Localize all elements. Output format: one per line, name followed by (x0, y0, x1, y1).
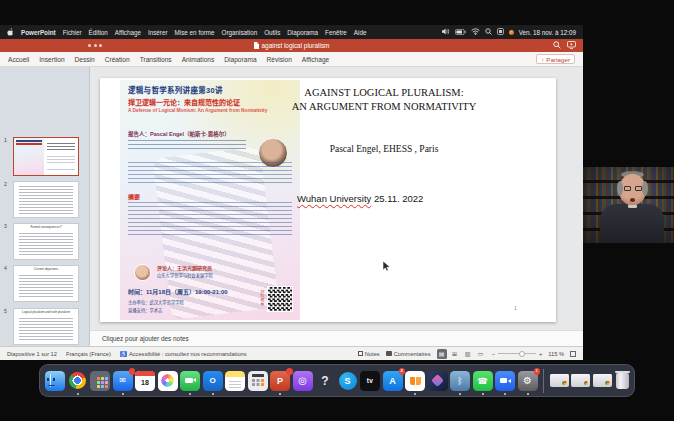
thumbnail-slide-5[interactable]: Logical pluralism and truth pluralism (13, 308, 79, 345)
poster-speaker-bio-lines (128, 140, 246, 149)
accessibility-check[interactable]: ♿ Accessibilité : consultez nos recomman… (120, 351, 247, 357)
dock-facetime[interactable] (180, 371, 200, 391)
search-icon[interactable] (553, 41, 561, 50)
tab-insertion[interactable]: Insertion (39, 56, 64, 63)
poster-speaker: 报告人：Pascal Engel（帕斯卡·恩格尔） (128, 130, 230, 138)
mouse-cursor (382, 258, 391, 276)
view-sorter-button[interactable]: ⊞ (450, 349, 460, 359)
slide-author[interactable]: Pascal Engel, EHESS , Paris (284, 144, 484, 154)
apple-tv-icon: tv (367, 377, 373, 384)
dock-podcasts[interactable]: ◎ (293, 371, 313, 391)
battery-icon[interactable] (455, 29, 466, 36)
apple-menu-icon[interactable] (7, 28, 14, 37)
menu-item-powerpoint[interactable]: PowerPoint (21, 29, 56, 36)
dock-finder[interactable] (45, 371, 65, 391)
thumbnail-slide-3[interactable]: Formal consequences? (13, 223, 79, 260)
window-controls[interactable] (88, 44, 102, 47)
zoom-out-icon[interactable]: − (492, 351, 495, 357)
dock-calendar[interactable]: 18 (135, 371, 155, 391)
menu-item-outils[interactable]: Outils (264, 29, 280, 36)
dock-photos[interactable] (158, 371, 178, 391)
dock-settings[interactable]: ⚙1 (518, 371, 538, 391)
menu-item-organisation[interactable]: Organisation (221, 29, 257, 36)
notes-toggle[interactable]: Notes (358, 351, 380, 357)
dock-mail[interactable]: ✉ (113, 371, 133, 391)
calendar-badge (151, 371, 155, 375)
minimized-window-2[interactable] (571, 374, 590, 387)
menu-item-fenetre[interactable]: Fenêtre (325, 29, 347, 36)
slide-venue[interactable]: Wuhan University 25.11. 2022 (297, 193, 423, 204)
notes-icon (358, 351, 363, 356)
wifi-icon[interactable] (471, 28, 480, 36)
volume-icon[interactable] (442, 28, 450, 36)
share-button[interactable]: ↑ Partager (536, 54, 575, 64)
menu-item-edition[interactable]: Édition (89, 29, 108, 36)
slide-thumbnail-panel[interactable]: 1 2 3 Formal consequences? 4 Current obj… (0, 67, 90, 346)
minimized-window-1[interactable] (550, 374, 569, 387)
dock-apple-tv[interactable]: tv (360, 371, 380, 391)
dock-skype[interactable]: S (338, 371, 358, 391)
webcam-video-overlay[interactable] (583, 167, 674, 243)
tab-revision[interactable]: Révision (267, 56, 292, 63)
menu-item-inserer[interactable]: Insérer (148, 29, 168, 36)
dock-zoom[interactable] (495, 371, 515, 391)
notes-pane[interactable]: Cliquez pour ajouter des notes (90, 330, 583, 346)
notes-placeholder[interactable]: Cliquez pour ajouter des notes (102, 335, 189, 342)
podcasts-icon: ◎ (298, 375, 307, 386)
dock-outlook[interactable]: O (203, 371, 223, 391)
menu-item-mise-en-forme[interactable]: Mise en forme (175, 29, 215, 36)
current-slide[interactable]: 逻辑与哲学系列讲座第30讲 捍卫逻辑一元论：来自规范性的论证 A Defense… (100, 78, 556, 322)
slide-title[interactable]: AGAINST LOGICAL PLURALISM: AN ARGUMENT F… (284, 86, 484, 113)
dock-calculator[interactable] (248, 371, 268, 391)
dock-books[interactable] (405, 371, 425, 391)
zoom-slider[interactable]: − + (492, 351, 543, 357)
minimized-window-3[interactable] (593, 374, 612, 387)
tab-animations[interactable]: Animations (182, 56, 215, 63)
menu-clock[interactable]: Ven. 18 nov. à 12:09 (519, 29, 576, 36)
dock-missing-app[interactable]: ? (315, 371, 335, 391)
spotlight-icon[interactable] (485, 28, 492, 36)
menu-item-affichage[interactable]: Affichage (115, 29, 141, 36)
dock-launchpad[interactable] (90, 371, 110, 391)
view-normal-button[interactable]: ▤ (437, 349, 447, 359)
menu-item-aide[interactable]: Aide (354, 29, 367, 36)
present-icon[interactable] (567, 41, 576, 50)
menu-item-fichier[interactable]: Fichier (63, 29, 82, 36)
view-slideshow-button[interactable]: ▭ (476, 349, 486, 359)
mail-badge (129, 368, 136, 375)
tab-creation[interactable]: Création (105, 56, 130, 63)
dock-trash[interactable] (616, 373, 629, 389)
tab-accueil[interactable]: Accueil (8, 56, 29, 63)
tab-diaporama[interactable]: Diaporama (224, 56, 256, 63)
poster-commentator-affiliation: 山东大学哲学与社会发展学院 (157, 272, 213, 278)
thumbnail-slide-2[interactable] (13, 181, 79, 218)
fit-slide-icon[interactable] (570, 351, 576, 357)
slide-page-number: 1 (514, 305, 517, 311)
thumb-number: 3 (4, 223, 7, 229)
comments-toggle[interactable]: Commentaires (386, 351, 431, 357)
language-indicator[interactable]: Français (France) (66, 351, 111, 357)
dock-app-store[interactable]: A2 (383, 371, 403, 391)
dock-bluetooth[interactable]: ᛒ (450, 371, 470, 391)
dock-whatsapp[interactable]: ☎ (473, 371, 493, 391)
thumb-number: 5 (4, 308, 7, 314)
dock-shortcuts[interactable] (428, 371, 448, 391)
thumbnail-slide-4[interactable]: Current objections (13, 265, 79, 302)
dock-notes[interactable] (225, 371, 245, 391)
slide-canvas[interactable]: 逻辑与哲学系列讲座第30讲 捍卫逻辑一元论：来自规范性的论证 A Defense… (90, 67, 583, 330)
tab-transitions[interactable]: Transitions (140, 56, 172, 63)
zoom-knob[interactable] (519, 351, 525, 357)
status-orb-icon[interactable] (509, 30, 514, 35)
menu-item-diaporama[interactable]: Diaporama (287, 29, 318, 36)
lecture-poster-image[interactable]: 逻辑与哲学系列讲座第30讲 捍卫逻辑一元论：来自规范性的论证 A Defense… (120, 80, 300, 320)
zoom-in-icon[interactable]: + (539, 351, 542, 357)
tab-affichage[interactable]: Affichage (302, 56, 329, 63)
tab-dessin[interactable]: Dessin (75, 56, 95, 63)
input-source-icon[interactable] (497, 28, 504, 36)
dock-chrome[interactable] (68, 371, 88, 391)
question-mark-icon: ? (321, 374, 328, 388)
dock-powerpoint[interactable]: P (270, 371, 290, 391)
thumbnail-slide-1[interactable] (13, 137, 79, 176)
view-reading-button[interactable]: ▥ (463, 349, 473, 359)
screen: PowerPoint Fichier Édition Affichage Ins… (0, 0, 674, 421)
